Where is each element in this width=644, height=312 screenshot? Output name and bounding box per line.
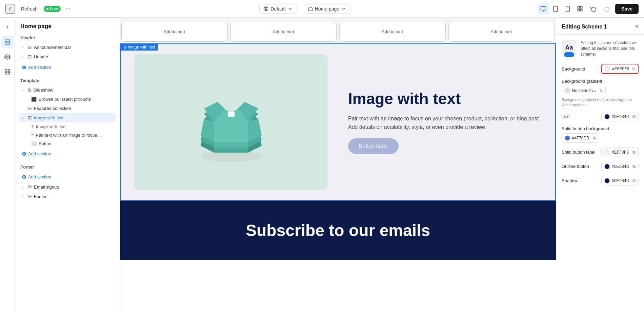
text-box: Image with text Pair text with an image …	[348, 54, 542, 190]
cart-item-2[interactable]: Add to cart	[230, 22, 337, 42]
image-text-icon: ⊞	[28, 115, 32, 120]
featured-collection-item[interactable]: ⊟ Featured collection	[19, 103, 116, 113]
plus-icon-2: ⊕	[22, 151, 26, 157]
more-button[interactable]: ···	[64, 4, 72, 14]
announcement-bar-item[interactable]: › ⊟ Announcement bar	[19, 42, 116, 52]
scheme-info: Aa Editing this scheme's colors will aff…	[562, 40, 639, 57]
back-sidebar-button[interactable]	[1, 21, 14, 33]
footer-icon: ⊟	[28, 194, 32, 199]
button-item[interactable]: ⬜ Button	[28, 139, 116, 148]
image-body: Pair text with an image to focus on your…	[348, 114, 542, 132]
image-with-text-item[interactable]: ⌄ ⊞ Image with text	[19, 113, 116, 122]
gradient-picker-button[interactable]: No color ch... ⇅	[562, 86, 606, 95]
main-layout: Home page Header › ⊟ Announcement bar › …	[0, 18, 644, 312]
featured-icon: ⊟	[28, 105, 32, 111]
email-icon: ✉	[28, 184, 32, 190]
topbar-center: Default Home page	[76, 4, 534, 14]
svg-rect-6	[578, 6, 580, 8]
outline-swatch	[604, 164, 610, 169]
svg-rect-8	[578, 9, 580, 11]
theme-dropdown[interactable]: Default	[259, 4, 297, 14]
svg-rect-15	[8, 70, 9, 71]
aa-swatch: Aa	[562, 40, 577, 55]
solid-bg-swatch	[565, 135, 570, 141]
pair-text-item[interactable]: ≡ Pair text with an image to focus ...	[28, 131, 116, 139]
add-section-2-button[interactable]: ⊕ Add section	[19, 149, 54, 159]
plus-icon-3: ⊕	[22, 174, 26, 180]
add-section-1-button[interactable]: ⊕ Add section	[19, 62, 54, 73]
image-with-text-child-item[interactable]: T Image with text	[28, 122, 116, 131]
solid-button-bg-row: Solid button background #4770DB ⧉	[562, 126, 639, 143]
tablet-view-button[interactable]	[550, 3, 561, 14]
text-row: Text #0E1B4D ⧉	[562, 112, 639, 121]
header-group: Header › ⊟ Announcement bar › ⊟ Header ⊕…	[19, 35, 116, 73]
chevron-icon: ⌄	[22, 88, 26, 92]
button-icon: ⬜	[31, 141, 37, 146]
svg-rect-34	[228, 112, 235, 117]
text-label: Text	[562, 114, 601, 119]
svg-rect-16	[5, 73, 7, 74]
header-item[interactable]: › ⊟ Header	[19, 52, 116, 61]
outline-button-picker[interactable]: #0E1B4D ⧉	[601, 162, 639, 171]
scheme-desc: Editing this scheme's colors will affect…	[581, 40, 639, 57]
background-color-picker[interactable]: #EFF0F5 ⧉	[601, 64, 639, 74]
solid-button-label-label: Solid button label	[562, 150, 601, 155]
solid-button-label-row: Solid button label #EFF0F5 ⧉	[562, 148, 639, 157]
svg-rect-7	[581, 6, 582, 8]
undo-button[interactable]	[588, 3, 599, 14]
save-button[interactable]: Save	[615, 4, 639, 14]
canvas-scroll[interactable]: Add to cart Add to cart Add to cart Add …	[120, 18, 556, 312]
email-signup-item[interactable]: › ✉ Email signup	[19, 182, 116, 192]
image-with-text-section[interactable]: ⊞ Image with text	[120, 43, 556, 201]
footer-group: Footer ⊕ Add section › ✉ Email signup › …	[19, 164, 116, 201]
svg-rect-1	[541, 6, 546, 10]
add-section-3-button[interactable]: ⊕ Add section	[19, 172, 54, 182]
svg-point-13	[6, 56, 8, 58]
panel-body: Aa Editing this scheme's colors will aff…	[556, 35, 644, 312]
background-gradient-label: Background gradient	[562, 79, 639, 84]
section-badge: ⊞ Image with text	[121, 44, 158, 51]
gradient-swatch	[565, 88, 570, 93]
copy-icon: ⧉	[632, 114, 636, 119]
chevron-icon: ⌄	[22, 116, 26, 120]
text-icon: T	[31, 124, 34, 129]
background-label: Background	[562, 66, 601, 72]
solid-bg-inner: #4770DB ⧉	[562, 133, 639, 143]
add-to-cart-row: Add to cart Add to cart Add to cart Add …	[120, 18, 556, 43]
sections-icon-button[interactable]	[1, 36, 14, 48]
grid-view-button[interactable]	[575, 3, 585, 14]
settings-icon-button[interactable]	[1, 51, 14, 63]
refresh-button[interactable]: Refresh	[18, 5, 40, 13]
svg-rect-10	[5, 40, 10, 44]
image-icon: ⬛	[31, 97, 37, 102]
cart-item-3[interactable]: Add to cart	[339, 22, 446, 42]
slideshow-icon: ⧉	[28, 87, 31, 93]
text-color-picker[interactable]: #0E1B4D ⧉	[601, 112, 639, 121]
canvas-button-label[interactable]: Button label	[348, 138, 399, 154]
redo-button[interactable]	[602, 3, 612, 14]
outline-button-label: Outline button	[562, 164, 601, 169]
slideshow-item[interactable]: ⌄ ⧉ Slideshow	[19, 85, 116, 95]
template-group: Template ⌄ ⧉ Slideshow ⬛ Browse our late…	[19, 78, 116, 159]
tshirt-illustration	[184, 75, 279, 170]
chevron-icon: ›	[22, 195, 26, 198]
header-icon: ⊟	[28, 54, 32, 59]
copy-icon: ⧉	[593, 135, 596, 141]
solid-button-bg-picker[interactable]: #4770DB ⧉	[562, 133, 599, 143]
canvas-area: Add to cart Add to cart Add to cart Add …	[120, 18, 556, 312]
browse-latest-item[interactable]: ⬛ Browse our latest products	[28, 95, 116, 103]
panel-close-button[interactable]: ×	[635, 23, 639, 30]
cart-item-1[interactable]: Add to cart	[121, 22, 228, 42]
aa-toggle	[564, 52, 574, 57]
panel-header: Editing Scheme 1 ×	[556, 18, 644, 35]
shadow-label: Shadow	[562, 178, 601, 183]
solid-button-label-picker[interactable]: #EFF0F5 ⧉	[601, 148, 639, 157]
mobile-view-button[interactable]	[562, 3, 573, 14]
back-button[interactable]	[5, 4, 15, 14]
shadow-color-picker[interactable]: #0E1B4D ⧉	[601, 176, 639, 186]
apps-icon-button[interactable]	[1, 66, 14, 78]
page-dropdown[interactable]: Home page	[304, 4, 350, 14]
desktop-view-button[interactable]	[538, 3, 549, 14]
footer-item[interactable]: › ⊟ Footer	[19, 192, 116, 201]
cart-item-4[interactable]: Add to cart	[448, 22, 555, 42]
